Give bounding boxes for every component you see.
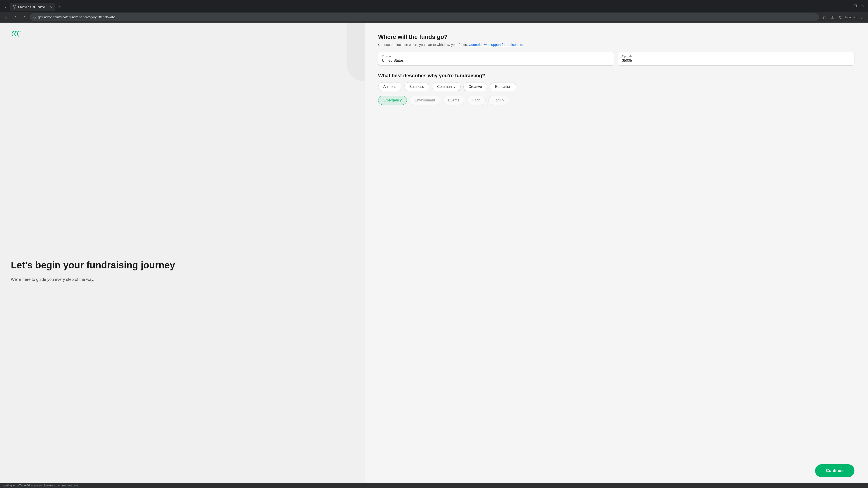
maximize-button[interactable]	[852, 3, 858, 8]
country-value: United States	[382, 59, 611, 63]
svg-marker-14	[823, 16, 826, 19]
category-title: What best describes why you're fundraisi…	[378, 73, 855, 78]
gofundme-logo-icon	[11, 30, 24, 38]
chip-family[interactable]: Family	[488, 96, 509, 105]
chip-events[interactable]: Events	[443, 96, 465, 105]
status-text: Waiting for 1s7vmel6xi.execute-api.us-ea…	[3, 484, 80, 487]
close-button[interactable]	[860, 3, 865, 8]
left-panel: Let's begin your fundraising journey We'…	[0, 23, 365, 488]
category-section: What best describes why you're fundraisi…	[378, 73, 855, 105]
logo	[11, 30, 354, 39]
zip-value: 35005	[622, 59, 850, 63]
right-panel: Where will the funds go? Choose the loca…	[365, 23, 868, 488]
category-chips-row1: Animals Business Community Creative Educ…	[378, 82, 855, 91]
funds-subtitle: Choose the location where you plan to wi…	[378, 42, 855, 47]
countries-link[interactable]: Countries we support fundraisers in.	[469, 43, 523, 46]
address-bar[interactable]: gofundme.com/create/fundraiser/category/…	[30, 13, 819, 21]
continue-button-container: Continue	[378, 460, 855, 477]
chip-community[interactable]: Community	[432, 82, 461, 91]
tab-title: Create a GoFundMe	[18, 5, 47, 8]
svg-rect-8	[854, 5, 857, 7]
nav-actions: Incognito	[821, 13, 865, 21]
page-content: Let's begin your fundraising journey We'…	[0, 23, 868, 488]
incognito-badge: Incognito	[845, 15, 857, 19]
svg-point-19	[862, 16, 862, 16]
zip-field[interactable]: Zip code 35005	[618, 52, 855, 66]
menu-button[interactable]	[858, 13, 865, 21]
tab-close-button[interactable]	[49, 5, 53, 8]
svg-text:⌄: ⌄	[4, 5, 7, 8]
funds-title: Where will the funds go?	[378, 33, 855, 40]
status-bar: Waiting for 1s7vmel6xi.execute-api.us-ea…	[0, 483, 868, 488]
chip-education[interactable]: Education	[490, 82, 516, 91]
svg-text:C: C	[13, 6, 15, 8]
svg-point-18	[840, 16, 841, 17]
new-tab-button[interactable]	[56, 4, 62, 10]
svg-rect-13	[34, 17, 35, 18]
tab-bar: ⌄ C Create a GoFundMe	[3, 0, 842, 12]
chip-environment[interactable]: Environment	[410, 96, 440, 105]
funds-section: Where will the funds go? Choose the loca…	[378, 33, 855, 66]
incognito-label: Incognito	[845, 15, 857, 19]
zip-label: Zip code	[622, 55, 850, 58]
svg-point-20	[862, 17, 862, 18]
left-content: Let's begin your fundraising journey We'…	[11, 246, 354, 283]
url-display: gofundme.com/create/fundraiser/category/…	[38, 15, 816, 19]
chip-creative[interactable]: Creative	[463, 82, 487, 91]
bookmark-button[interactable]	[821, 13, 828, 21]
svg-point-22	[13, 31, 14, 32]
funds-subtitle-text: Choose the location where you plan to wi…	[378, 43, 468, 46]
window-controls	[845, 3, 865, 8]
location-form: Country United States Zip code 35005	[378, 52, 855, 66]
split-view-button[interactable]	[829, 13, 836, 21]
page-layout: Let's begin your fundraising journey We'…	[0, 23, 868, 488]
browser-chrome: ⌄ C Create a GoFundMe	[0, 0, 868, 12]
chip-business[interactable]: Business	[404, 82, 429, 91]
active-tab[interactable]: C Create a GoFundMe	[10, 3, 55, 11]
sub-text: We're here to guide you every step of th…	[11, 276, 354, 283]
forward-button[interactable]	[12, 13, 19, 21]
reload-button[interactable]	[21, 13, 28, 21]
tab-favicon: C	[13, 5, 16, 8]
chip-emergency[interactable]: Emergency	[378, 96, 407, 105]
chip-faith[interactable]: Faith	[467, 96, 486, 105]
svg-point-24	[18, 31, 19, 32]
svg-point-23	[16, 31, 17, 32]
minimize-button[interactable]	[845, 3, 851, 8]
chip-animals[interactable]: Animals	[378, 82, 401, 91]
main-heading: Let's begin your fundraising journey	[11, 260, 354, 271]
navigation-bar: gofundme.com/create/fundraiser/category/…	[0, 12, 868, 23]
profile-button[interactable]	[837, 13, 844, 21]
continue-button[interactable]: Continue	[815, 464, 855, 477]
security-icon	[33, 15, 36, 19]
tab-switcher[interactable]: ⌄	[3, 4, 9, 10]
country-field[interactable]: Country United States	[378, 52, 615, 66]
back-button[interactable]	[3, 13, 10, 21]
svg-point-21	[862, 18, 862, 19]
category-chips-row2: Emergency Environment Events Faith Famil…	[378, 96, 855, 105]
country-label: Country	[382, 55, 611, 58]
